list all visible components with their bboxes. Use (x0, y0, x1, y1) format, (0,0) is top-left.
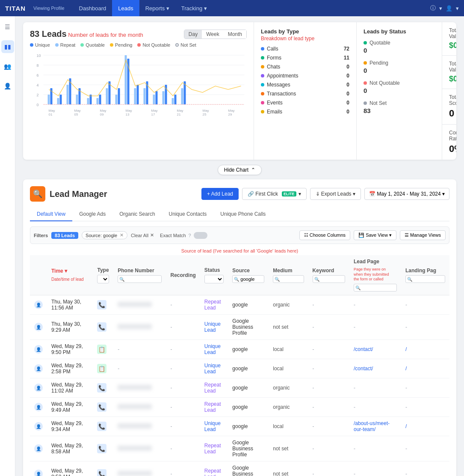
status-filter-select[interactable] (204, 275, 224, 283)
table-row[interactable]: 👤 Thu, May 30, 9:29 AM 📞 - Unique Lead G… (30, 315, 449, 340)
lbt-row-events: Events 0 (261, 100, 349, 106)
nav-item-tracking[interactable]: Tracking ▾ (175, 0, 213, 16)
tab-unique-contacts[interactable]: Unique Contacts (162, 208, 214, 221)
svg-rect-39 (174, 95, 177, 104)
user-menu-chevron[interactable]: ▾ (456, 5, 459, 12)
sidebar-person-icon[interactable]: 👤 (1, 80, 14, 92)
status-link[interactable]: Unique Lead (204, 343, 221, 355)
td-lead-page: - (349, 295, 401, 315)
td-status[interactable]: Repeat Lead (200, 398, 228, 417)
tab-organic-search[interactable]: Organic Search (112, 208, 162, 221)
nav-item-reports[interactable]: Reports ▾ (139, 0, 175, 16)
status-link[interactable]: Unique Lead (204, 363, 221, 375)
td-status[interactable]: Repeat Lead (200, 378, 228, 398)
clear-all-button[interactable]: Clear All ✕ (131, 232, 154, 238)
table-row[interactable]: 👤 Wed, May 29, 2:58 PM 📋 - - Unique Lead… (30, 359, 449, 378)
first-click-button[interactable]: 🔗 First Click ELITE ▾ (242, 188, 307, 200)
lead-page-link[interactable]: /contact/ (354, 366, 373, 372)
add-lead-button[interactable]: + Add Lead (201, 188, 239, 200)
choose-columns-button[interactable]: ☷ Choose Columns (299, 230, 350, 240)
week-button[interactable]: Week (202, 30, 223, 39)
lead-page-link[interactable]: /contact/ (354, 346, 373, 352)
svg-rect-31 (137, 85, 139, 104)
td-recording: - (166, 340, 200, 359)
td-status[interactable]: Unique Lead (200, 340, 228, 359)
user-avatar[interactable]: 👤 (446, 5, 452, 12)
brand-logo: TITAN (5, 5, 26, 12)
date-range-button[interactable]: 📅 May 1, 2024 - May 31, 2024 ▾ (364, 188, 449, 200)
th-medium: Medium 🔍 (269, 255, 308, 295)
landing-page-link[interactable]: / (405, 423, 407, 429)
td-status[interactable]: Repeat Lead (200, 436, 228, 461)
td-landing-page: / (401, 417, 449, 436)
source-filter-chip[interactable]: Source: google ✕ (82, 231, 127, 239)
status-link[interactable]: Unique Lead (204, 420, 221, 432)
td-lead-page: - (349, 315, 401, 340)
chart-panel: 83 Leads Number of leads for the month D… (23, 22, 254, 160)
td-medium: not set (269, 461, 308, 476)
svg-rect-16 (67, 85, 69, 104)
table-body: 👤 Thu, May 30, 11:56 AM 📞 - Repeat Lead … (30, 295, 449, 476)
status-link[interactable]: Unique Lead (204, 321, 221, 333)
table-row[interactable]: 👤 Wed, May 29, 8:52 AM 📞 - Repeat Lead G… (30, 461, 449, 476)
bar-chart-svg: 10 8 6 4 2 0 (30, 52, 247, 118)
time-value: Wed, May 29, 9:49 AM (51, 401, 83, 413)
month-button[interactable]: Month (224, 30, 246, 39)
td-status[interactable]: Unique Lead (200, 315, 228, 340)
td-landing-page: - (401, 378, 449, 398)
table-row[interactable]: 👤 Wed, May 29, 9:34 AM 📞 - Unique Lead g… (30, 417, 449, 436)
table-row[interactable]: 👤 Wed, May 29, 9:49 AM 📞 - Repeat Lead g… (30, 398, 449, 417)
tab-unique-phone-calls[interactable]: Unique Phone Calls (213, 208, 272, 221)
sidebar-menu-icon[interactable]: ☰ (1, 21, 14, 33)
td-status[interactable]: Repeat Lead (200, 461, 228, 476)
nav-item-dashboard[interactable]: Dashboard (73, 0, 112, 16)
time-value: Thu, May 30, 9:29 AM (51, 321, 81, 333)
exact-match-switch[interactable] (194, 232, 207, 239)
td-status[interactable]: Unique Lead (200, 359, 228, 378)
svg-rect-36 (163, 91, 165, 104)
medium-value: organic (273, 404, 290, 410)
manage-views-button[interactable]: ☰ Manage Views (400, 230, 446, 240)
save-view-button[interactable]: 💾 Save View ▾ (354, 230, 396, 240)
landing-page-link[interactable]: / (405, 346, 407, 352)
status-link[interactable]: Repeat Lead (204, 382, 221, 394)
table-row[interactable]: 👤 Thu, May 30, 11:56 AM 📞 - Repeat Lead … (30, 295, 449, 315)
td-status[interactable]: Repeat Lead (200, 295, 228, 315)
source-value: google (232, 302, 248, 308)
table-row[interactable]: 👤 Wed, May 29, 8:58 AM 📞 - Repeat Lead G… (30, 436, 449, 461)
sidebar-analytics-icon[interactable]: ▮▮ (1, 40, 14, 53)
source-chip-remove[interactable]: ✕ (120, 232, 124, 238)
table-row[interactable]: 👤 Wed, May 29, 11:02 AM 📞 - Repeat Lead … (30, 378, 449, 398)
medium-value: not set (273, 471, 288, 476)
medium-value: organic (273, 385, 290, 391)
help-icon[interactable]: ⓘ (430, 4, 436, 12)
type-icon: 📞 (97, 383, 106, 393)
status-link[interactable]: Repeat Lead (204, 443, 221, 455)
legend-not-set: Not Set (175, 42, 196, 48)
sidebar-users-icon[interactable]: 👥 (1, 60, 14, 73)
lead-page-link[interactable]: /about-us/meet-our-team/ (354, 420, 390, 432)
td-status[interactable]: Unique Lead (200, 417, 228, 436)
day-button[interactable]: Day (184, 30, 202, 39)
hide-chart-button[interactable]: Hide Chart ⌃ (218, 165, 262, 175)
td-medium: organic (269, 378, 308, 398)
landing-page-link[interactable]: / (405, 366, 407, 372)
nav-item-leads[interactable]: Leads (112, 0, 139, 16)
tab-google-ads[interactable]: Google Ads (72, 208, 112, 221)
td-keyword: - (308, 461, 349, 476)
status-link[interactable]: Repeat Lead (204, 401, 221, 413)
td-medium: local (269, 340, 308, 359)
type-filter-select[interactable] (97, 275, 109, 283)
th-landing-page: Landing Pag 🔍 (401, 255, 449, 295)
time-value: Thu, May 30, 11:56 AM (51, 299, 81, 311)
td-avatar: 👤 (30, 378, 47, 398)
td-keyword: - (308, 315, 349, 340)
table-row[interactable]: 👤 Wed, May 29, 9:50 PM 📋 - - Unique Lead… (30, 340, 449, 359)
tab-default-view[interactable]: Default View (30, 208, 72, 221)
export-leads-button[interactable]: ⇓ Export Leads ▾ (310, 188, 361, 200)
help-icon-exact[interactable]: ? (189, 233, 191, 238)
status-link[interactable]: Repeat Lead (204, 299, 221, 311)
status-link[interactable]: Repeat Lead (204, 468, 221, 476)
td-source: google (228, 398, 269, 417)
notifications-icon[interactable]: ▾ (439, 5, 442, 12)
